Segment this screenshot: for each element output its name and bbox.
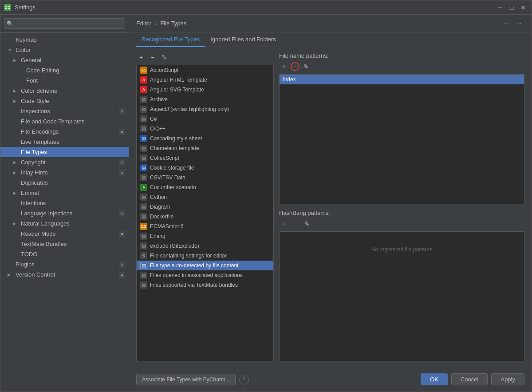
list-item[interactable]: ⚙ File containing settings for editor [137, 251, 273, 261]
ok-button[interactable]: OK [421, 373, 448, 385]
sidebar-item-keymap[interactable]: Keymap [0, 35, 129, 45]
list-item[interactable]: ▤ Files opened in associated application… [137, 270, 273, 280]
tab-recognized-file-types[interactable]: Recognized File Types [136, 32, 205, 47]
file-type-label: C# [150, 116, 157, 122]
edit-file-pattern-button[interactable]: ✎ [301, 62, 311, 71]
sidebar-item-plugins[interactable]: Plugins ≡ [0, 259, 129, 269]
breadcrumb-current: File Types [160, 20, 186, 27]
sidebar-item-file-encodings[interactable]: File Encodings ≡ [0, 127, 129, 137]
list-item[interactable]: ES ECMAScript 6 [137, 222, 273, 231]
list-item[interactable]: ▤ Dockerfile [137, 212, 273, 222]
list-item[interactable]: ▤ AspectJ (syntax highlighting only) [137, 104, 273, 114]
sidebar-item-version-control[interactable]: ▶ Version Control ≡ [0, 269, 129, 280]
window-controls: ─ □ ✕ [495, 3, 528, 12]
sidebar-item-todo[interactable]: TODO [0, 249, 129, 259]
remove-file-pattern-button[interactable]: − [291, 62, 299, 71]
panel-body: + − ✎ AS ActionScript A Angular HTML Tem… [129, 47, 532, 367]
add-hashbang-pattern-button[interactable]: + [279, 219, 289, 229]
sidebar-item-language-injections[interactable]: Language Injections ≡ [0, 208, 129, 218]
sidebar-item-copyright[interactable]: ▶ Copyright ≡ [0, 157, 129, 167]
add-file-pattern-button[interactable]: + [279, 62, 289, 71]
sidebar-item-emmet[interactable]: ▶ Emmet [0, 188, 129, 198]
cancel-button[interactable]: Cancel [451, 373, 488, 385]
remove-file-type-button[interactable]: − [148, 52, 158, 62]
list-item[interactable]: ▤ C/C++ [137, 124, 273, 134]
file-type-label: ECMAScript 6 [150, 223, 183, 230]
angular-html-icon: A [140, 76, 147, 83]
sidebar-item-code-editing[interactable]: Code Editing [0, 65, 129, 75]
sidebar-item-label: Language Injections [21, 210, 72, 217]
list-item[interactable]: ▤ Diagram [137, 202, 273, 212]
sidebar-item-label: TextMate Bundles [21, 241, 67, 247]
sidebar-item-natural-languages[interactable]: ▶ Natural Languages [0, 218, 129, 229]
file-type-label: Erlang [150, 233, 166, 239]
sidebar-item-editor[interactable]: ▼ Editor [0, 45, 129, 55]
chameleon-icon: ▤ [140, 145, 147, 152]
sidebar-item-file-types[interactable]: File Types [0, 147, 129, 157]
cucumber-icon: ● [140, 184, 147, 191]
window-title: Settings [15, 4, 495, 11]
right-panel: Editor › File Types ← → Recognized File … [129, 15, 532, 392]
minimize-button[interactable]: ─ [495, 3, 505, 12]
back-button[interactable]: ← [501, 19, 512, 28]
file-type-label: Diagram [150, 204, 170, 210]
close-button[interactable]: ✕ [518, 3, 528, 12]
cython-icon: ▤ [140, 194, 147, 201]
sidebar-item-reader-mode[interactable]: Reader Mode ≡ [0, 229, 129, 239]
list-item[interactable]: AS ActionScript [137, 65, 273, 75]
search-input[interactable] [4, 18, 125, 29]
list-item[interactable]: ▤ Erlang [137, 231, 273, 241]
list-item[interactable]: ▤ C# [137, 114, 273, 124]
sidebar-item-inlay-hints[interactable]: ▶ Inlay Hints ≡ [0, 167, 129, 178]
coffeescript-icon: ▤ [140, 154, 147, 162]
css-icon: ▤ [140, 135, 147, 142]
list-item[interactable]: ▤ Cascading style sheet [137, 134, 273, 143]
sidebar-item-inspections[interactable]: Inspections ≡ [0, 106, 129, 116]
sidebar-tree: Keymap ▼ Editor ▶ General Code Editing [0, 33, 129, 392]
tab-ignored-files-folders[interactable]: Ignored Files and Folders [205, 32, 281, 47]
inspections-badge: ≡ [119, 108, 125, 115]
sidebar-item-live-templates[interactable]: Live Templates [0, 137, 129, 147]
sidebar-item-code-style[interactable]: ▶ Code Style [0, 96, 129, 106]
list-item[interactable]: ● Cucumber scenario [137, 182, 273, 192]
sidebar-item-label: Version Control [16, 271, 55, 278]
sidebar-item-label: File and Code Templates [21, 118, 85, 125]
list-item[interactable]: ▤ Archive [137, 95, 273, 104]
edit-file-type-button[interactable]: ✎ [159, 52, 169, 62]
apply-button[interactable]: Apply [491, 373, 524, 385]
list-item[interactable]: ▤ Cookie storage file [137, 163, 273, 173]
associate-file-types-button[interactable]: Associate File Types with PyCharm... [136, 374, 236, 385]
list-item[interactable]: ▤ Cython [137, 192, 273, 202]
pattern-item[interactable]: index [280, 75, 524, 84]
add-file-type-button[interactable]: + [136, 52, 146, 62]
list-item[interactable]: A Angular SVG Template [137, 85, 273, 95]
file-type-label: CoffeeScript [150, 155, 179, 161]
sidebar-item-intentions[interactable]: Intentions [0, 198, 129, 208]
list-item[interactable]: ▤ exclude (GitExclude) [137, 241, 273, 251]
sidebar-item-duplicates[interactable]: Duplicates [0, 178, 129, 188]
help-button[interactable]: ? [239, 375, 249, 384]
sidebar-item-general[interactable]: ▶ General [0, 55, 129, 65]
sidebar-item-color-scheme[interactable]: ▶ Color Scheme [0, 86, 129, 96]
list-item[interactable]: ▤ CSV/TSV Data [137, 173, 273, 182]
sidebar-item-textmate-bundles[interactable]: TextMate Bundles [0, 239, 129, 249]
list-item[interactable]: ▤ Files supported via TextMate bundles [137, 280, 273, 290]
sidebar-item-file-code-templates[interactable]: File and Code Templates [0, 116, 129, 127]
file-type-label: Files opened in associated applications [150, 272, 243, 278]
file-name-patterns-toolbar: + − ✎ [279, 62, 524, 71]
remove-hashbang-pattern-button[interactable]: − [291, 219, 300, 229]
archive-icon: ▤ [140, 96, 147, 103]
list-item[interactable]: A Angular HTML Template [137, 75, 273, 85]
list-item[interactable]: ▤ File type auto-detected by file conten… [137, 261, 273, 270]
bottom-bar: Associate File Types with PyCharm... ? O… [129, 367, 532, 392]
sidebar-item-label: Code Style [21, 98, 49, 104]
edit-hashbang-pattern-button[interactable]: ✎ [302, 219, 312, 229]
sidebar-item-label: Editor [16, 47, 31, 53]
actionscript-icon: AS [140, 67, 147, 74]
list-item[interactable]: ▤ CoffeeScript [137, 153, 273, 163]
search-icon: 🔍 [7, 20, 13, 27]
sidebar-item-font[interactable]: Font [0, 75, 129, 86]
maximize-button[interactable]: □ [507, 3, 516, 12]
forward-button[interactable]: → [514, 19, 524, 28]
list-item[interactable]: ▤ Chameleon template [137, 143, 273, 153]
